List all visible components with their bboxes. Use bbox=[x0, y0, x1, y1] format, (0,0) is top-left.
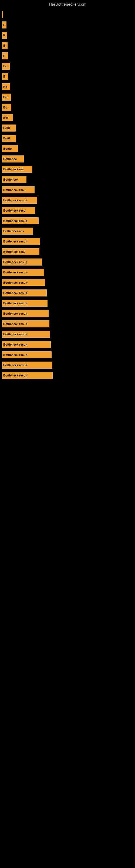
bar-row: Bottleneck result bbox=[2, 309, 135, 318]
bars-container: FEBBBoBBoBoBoBotBottlBottlBottleBottlene… bbox=[0, 8, 135, 384]
bar-row: Bottleneck result bbox=[2, 319, 135, 328]
bar-label: Bottleneck resu bbox=[3, 209, 26, 212]
bar-label: Bottleneck result bbox=[3, 198, 27, 202]
bar-row: Bottleneck result bbox=[2, 340, 135, 349]
bar-item: Bottl bbox=[2, 124, 16, 131]
bar-row: Bottleneck result bbox=[2, 196, 135, 205]
bar-item: Bo bbox=[2, 104, 11, 111]
bar-label: Bottleneck result bbox=[3, 374, 27, 377]
bar-row: Bottleneck result bbox=[2, 330, 135, 339]
bar-label: Bottleneck resu bbox=[3, 188, 26, 191]
bar-row: Bottleneck result bbox=[2, 278, 135, 287]
bar-row: Bottleneck result bbox=[2, 350, 135, 359]
bar-label: Bo bbox=[3, 85, 7, 88]
site-title: TheBottlenecker.com bbox=[0, 0, 135, 8]
bar-row: Bottleneck result bbox=[2, 268, 135, 277]
bar-label: Bo bbox=[3, 106, 7, 109]
bar-row: Bo bbox=[2, 103, 135, 112]
bar-item: Bottleneck result bbox=[2, 362, 52, 369]
bar-row: Bottleneck result bbox=[2, 361, 135, 369]
bar-item: Bottleneck res bbox=[2, 227, 33, 235]
bar-label: Bottleneck bbox=[3, 178, 18, 181]
bar-label: Bottleneck result bbox=[3, 312, 27, 315]
bar-item: Bot bbox=[2, 114, 13, 121]
bar-label: Bo bbox=[3, 95, 7, 99]
bar-item: Bottleneck result bbox=[2, 238, 40, 245]
bar-row: Bottleneck result bbox=[2, 371, 135, 380]
bar-label: Bottleneck result bbox=[3, 302, 27, 305]
bar-item: Bottleneck result bbox=[2, 197, 37, 204]
bar-item: Bottleneck result bbox=[2, 341, 51, 348]
bar-item: Bottleneck result bbox=[2, 372, 53, 379]
bar-row: Bottleneck result bbox=[2, 216, 135, 225]
bar-label: Bottleneck result bbox=[3, 364, 27, 367]
bar-item: Bottleneck result bbox=[2, 279, 45, 286]
bar-item: B bbox=[2, 52, 8, 59]
bar-item: Bottleneck resu bbox=[2, 186, 35, 193]
bar-row: Bottl bbox=[2, 134, 135, 143]
bar-label: Bottle bbox=[3, 147, 12, 150]
bar-label: B bbox=[3, 44, 5, 47]
bar-item: Bo bbox=[2, 94, 11, 101]
bar-label: Bottleneck res bbox=[3, 229, 24, 233]
bar-row: Bo bbox=[2, 83, 135, 91]
bar-row: Bottleneck bbox=[2, 175, 135, 184]
bar-label: E bbox=[3, 34, 5, 37]
bar-label: Bottleneck result bbox=[3, 353, 27, 356]
bar-label: Bo bbox=[3, 65, 7, 68]
bar-item: Bottle bbox=[2, 145, 18, 152]
bar-label: Bottleneck result bbox=[3, 219, 27, 222]
bar-label: Bottl bbox=[3, 126, 10, 130]
bar-row: Bottlenec bbox=[2, 155, 135, 163]
bar-item bbox=[2, 11, 3, 18]
bar-row: B bbox=[2, 72, 135, 81]
bar-row: Bo bbox=[2, 93, 135, 101]
bar-item: B bbox=[2, 73, 8, 80]
bar-item: Bottleneck result bbox=[2, 258, 42, 266]
bar-item: Bo bbox=[2, 83, 10, 90]
bar-row: Bottleneck result bbox=[2, 289, 135, 297]
bar-row: F bbox=[2, 21, 135, 29]
bar-row: Bottleneck resu bbox=[2, 247, 135, 256]
bar-label: Bottleneck resu bbox=[3, 250, 26, 253]
bar-label: Bottleneck result bbox=[3, 343, 27, 346]
bar-row: B bbox=[2, 41, 135, 50]
bar-label: Bottl bbox=[3, 137, 10, 140]
bar-label: Bottleneck res bbox=[3, 167, 24, 171]
bar-row: Bottle bbox=[2, 144, 135, 153]
bar-label: Bottleneck result bbox=[3, 322, 27, 326]
bar-item: Bottlenec bbox=[2, 155, 24, 162]
bar-item: Bottleneck result bbox=[2, 289, 47, 297]
bar-item: B bbox=[2, 42, 8, 49]
bar-row: Bottl bbox=[2, 124, 135, 132]
bar-item: F bbox=[2, 22, 6, 29]
bar-label: B bbox=[3, 75, 5, 78]
bar-item: Bottleneck result bbox=[2, 310, 49, 317]
bar-row: Bottleneck resu bbox=[2, 206, 135, 215]
bar-row: Bottleneck res bbox=[2, 227, 135, 236]
bar-label: Bottleneck result bbox=[3, 240, 27, 243]
bar-row: Bottleneck resu bbox=[2, 186, 135, 194]
bar-row: Bo bbox=[2, 62, 135, 70]
bar-label: Bottleneck result bbox=[3, 271, 27, 274]
bar-row bbox=[2, 10, 135, 19]
bar-label: Bottleneck result bbox=[3, 281, 27, 284]
bar-item: Bo bbox=[2, 63, 10, 70]
bar-label: Bottleneck result bbox=[3, 260, 27, 264]
bar-item: Bottleneck resu bbox=[2, 207, 35, 214]
bar-row: E bbox=[2, 31, 135, 40]
bar-item: Bottleneck res bbox=[2, 166, 32, 173]
bar-row: Bot bbox=[2, 113, 135, 122]
bar-item: Bottleneck result bbox=[2, 320, 49, 328]
bar-item: Bottleneck bbox=[2, 176, 27, 183]
bar-label: Bottlenec bbox=[3, 157, 17, 161]
bar-row: Bottleneck result bbox=[2, 258, 135, 267]
bar-row: B bbox=[2, 52, 135, 60]
bar-item: Bottleneck result bbox=[2, 300, 48, 307]
bar-label: F bbox=[3, 23, 5, 27]
bar-label: B bbox=[3, 54, 5, 58]
bar-item: Bottleneck result bbox=[2, 269, 44, 276]
bar-label: Bottleneck result bbox=[3, 333, 27, 336]
bar-row: Bottleneck result bbox=[2, 299, 135, 308]
bar-label: Bottleneck result bbox=[3, 291, 27, 294]
